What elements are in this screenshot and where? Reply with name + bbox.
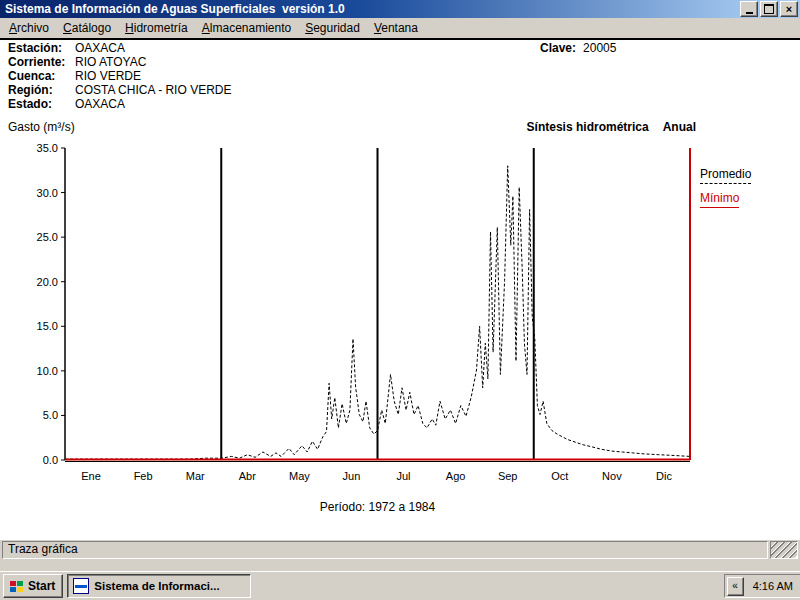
- menu-seguridad[interactable]: Seguridad: [298, 19, 367, 37]
- taskbar-task-button[interactable]: Sistema de Informaci...: [67, 574, 251, 598]
- legend-item-promedio: Promedio: [700, 167, 751, 181]
- svg-text:Jul: Jul: [397, 470, 411, 482]
- station-field: Estado: OAXACA: [8, 97, 125, 111]
- clave-field: Clave: 20005: [540, 41, 616, 55]
- svg-text:May: May: [289, 470, 310, 482]
- close-icon: ×: [786, 4, 792, 14]
- menu-hidrometria[interactable]: Hidrometría: [118, 19, 195, 37]
- status-panel: Traza gráfica: [2, 541, 768, 559]
- window-title: Sistema de Información de Aguas Superfic…: [5, 2, 738, 16]
- legend-minimo-label: Mínimo: [700, 191, 739, 208]
- chart-subtitle-text: Síntesis hidrométrica: [527, 120, 649, 134]
- station-field: Cuenca: RIO VERDE: [8, 69, 141, 83]
- y-axis-title: Gasto (m³/s): [8, 120, 75, 134]
- field-value: OAXACA: [75, 97, 125, 111]
- system-tray: « 4:16 AM: [724, 574, 800, 598]
- legend-item-minimo: Mínimo: [700, 191, 751, 205]
- field-label: Estado:: [8, 97, 75, 111]
- hydrograph-chart: 0.05.010.015.020.025.030.035.0EneFebMarA…: [0, 138, 760, 490]
- minimize-icon: [746, 12, 753, 14]
- app-window: Sistema de Información de Aguas Superfic…: [0, 0, 800, 572]
- field-label: Estación:: [8, 41, 75, 55]
- minimize-button[interactable]: [740, 1, 758, 17]
- tray-collapse-button[interactable]: «: [727, 577, 744, 596]
- field-label: Región:: [8, 83, 75, 97]
- field-value: RIO ATOYAC: [75, 55, 146, 69]
- menu-bar: Archivo Catálogo Hidrometría Almacenamie…: [0, 18, 800, 38]
- clave-label: Clave:: [540, 41, 576, 55]
- svg-text:Dic: Dic: [656, 470, 672, 482]
- svg-text:Nov: Nov: [602, 470, 622, 482]
- svg-text:25.0: 25.0: [37, 231, 58, 243]
- close-button[interactable]: ×: [780, 1, 798, 17]
- app-icon: [73, 578, 89, 594]
- menu-ventana[interactable]: Ventana: [367, 19, 425, 37]
- station-field: Estación: OAXACA: [8, 41, 125, 55]
- field-value: RIO VERDE: [75, 69, 141, 83]
- client-area: Estación: OAXACA Corriente: RIO ATOYAC C…: [0, 38, 800, 540]
- desktop: Sistema de Información de Aguas Superfic…: [0, 0, 800, 600]
- svg-text:5.0: 5.0: [43, 409, 58, 421]
- title-bar[interactable]: Sistema de Información de Aguas Superfic…: [0, 0, 800, 18]
- field-label: Corriente:: [8, 55, 75, 69]
- svg-text:Abr: Abr: [239, 470, 256, 482]
- start-button[interactable]: Start: [3, 574, 63, 598]
- taskbar: Start Sistema de Informaci... « 4:16 AM: [0, 571, 800, 600]
- svg-text:Feb: Feb: [134, 470, 153, 482]
- svg-text:10.0: 10.0: [37, 365, 58, 377]
- svg-text:Mar: Mar: [186, 470, 205, 482]
- menu-catalogo[interactable]: Catálogo: [56, 19, 118, 37]
- start-label: Start: [28, 579, 55, 593]
- task-label: Sistema de Informaci...: [94, 580, 219, 592]
- field-label: Cuenca:: [8, 69, 75, 83]
- chart-subtitle: Síntesis hidrométrica Anual: [527, 120, 696, 134]
- station-field: Corriente: RIO ATOYAC: [8, 55, 146, 69]
- resize-grip[interactable]: [770, 541, 798, 559]
- field-value: OAXACA: [75, 41, 125, 55]
- chart-subtitle-mode: Anual: [663, 120, 696, 134]
- svg-text:30.0: 30.0: [37, 187, 58, 199]
- status-bar: Traza gráfica: [0, 540, 800, 560]
- svg-text:Ago: Ago: [446, 470, 466, 482]
- status-text: Traza gráfica: [8, 542, 78, 556]
- clave-value: 20005: [583, 41, 616, 55]
- windows-logo-icon: [8, 580, 24, 593]
- svg-text:Jun: Jun: [343, 470, 361, 482]
- svg-text:Oct: Oct: [551, 470, 568, 482]
- field-value: COSTA CHICA - RIO VERDE: [75, 83, 231, 97]
- taskbar-clock: 4:16 AM: [753, 580, 793, 592]
- period-label: Período: 1972 a 1984: [65, 500, 690, 514]
- svg-text:Sep: Sep: [498, 470, 518, 482]
- chart-legend: Promedio Mínimo: [700, 167, 751, 215]
- station-field: Región: COSTA CHICA - RIO VERDE: [8, 83, 231, 97]
- svg-text:20.0: 20.0: [37, 276, 58, 288]
- menu-almacenamiento[interactable]: Almacenamiento: [195, 19, 298, 37]
- svg-text:35.0: 35.0: [37, 142, 58, 154]
- svg-text:0.0: 0.0: [43, 454, 58, 466]
- maximize-icon: [764, 4, 774, 14]
- menu-archivo[interactable]: Archivo: [2, 19, 56, 37]
- svg-text:Ene: Ene: [81, 470, 101, 482]
- svg-text:15.0: 15.0: [37, 320, 58, 332]
- legend-promedio-label: Promedio: [700, 167, 751, 184]
- maximize-button[interactable]: [760, 1, 778, 17]
